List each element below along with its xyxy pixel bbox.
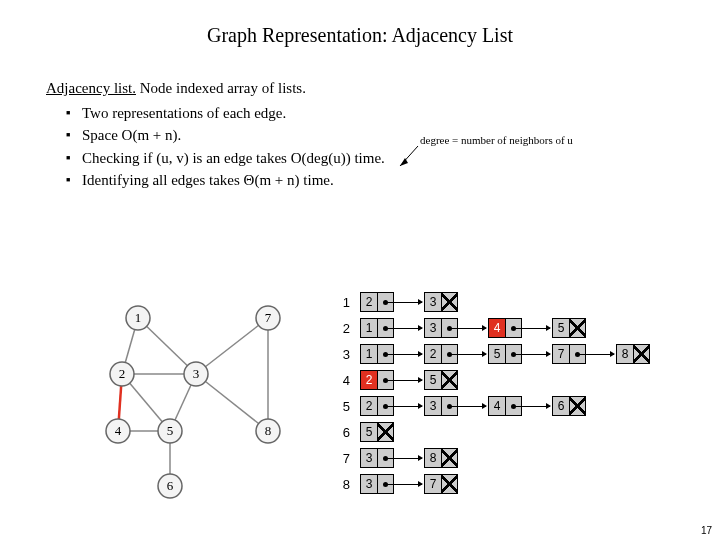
adj-row: 65: [330, 420, 680, 444]
adj-cell: 3: [424, 292, 458, 312]
adj-cell: 5: [360, 422, 394, 442]
null-pointer-icon: [634, 345, 649, 363]
adj-cell: 2: [360, 396, 394, 416]
adj-cell: 5: [488, 344, 522, 364]
svg-text:5: 5: [167, 423, 174, 438]
bullet-item: Checking if (u, v) is an edge takes O(de…: [66, 147, 674, 170]
adj-cell: 4: [488, 396, 522, 416]
lead-desc: Node indexed array of lists.: [136, 80, 306, 96]
pointer-arrow-icon: [378, 345, 393, 363]
lead-term: Adjacency list.: [46, 80, 136, 96]
adj-cell-value: 2: [361, 397, 378, 415]
adj-cell: 2: [360, 370, 394, 390]
adj-cell-value: 8: [425, 449, 442, 467]
null-pointer-icon: [570, 397, 585, 415]
bullet-list: Two representations of each edge. Space …: [66, 102, 674, 192]
adj-row-index: 3: [330, 347, 360, 362]
svg-line-8: [196, 318, 268, 374]
adj-row-index: 5: [330, 399, 360, 414]
adj-cell-value: 2: [425, 345, 442, 363]
adj-cell-value: 3: [361, 475, 378, 493]
adj-row: 312578: [330, 342, 680, 366]
adj-cell-value: 3: [361, 449, 378, 467]
content-block: Adjacency list. Node indexed array of li…: [46, 77, 674, 192]
pointer-arrow-icon: [378, 449, 393, 467]
pointer-arrow-icon: [378, 397, 393, 415]
svg-text:1: 1: [135, 310, 142, 325]
adj-cell: 1: [360, 344, 394, 364]
pointer-arrow-icon: [442, 319, 457, 337]
adj-cell-value: 5: [361, 423, 378, 441]
adj-cell: 2: [424, 344, 458, 364]
adj-cell: 1: [360, 318, 394, 338]
adj-row: 123: [330, 290, 680, 314]
svg-text:2: 2: [119, 366, 126, 381]
adj-cell-value: 4: [489, 397, 506, 415]
adj-cell-value: 5: [489, 345, 506, 363]
adj-row-index: 7: [330, 451, 360, 466]
adj-cell-value: 2: [361, 371, 378, 389]
svg-text:8: 8: [265, 423, 272, 438]
annotation-degree: degree = number of neighbors of u: [420, 134, 573, 146]
adj-cell-value: 7: [425, 475, 442, 493]
adj-cell: 8: [616, 344, 650, 364]
pointer-arrow-icon: [378, 475, 393, 493]
bullet-item: Space O(m + n).: [66, 124, 674, 147]
adj-cell-value: 1: [361, 319, 378, 337]
adj-cell-value: 5: [425, 371, 442, 389]
pointer-arrow-icon: [378, 371, 393, 389]
null-pointer-icon: [442, 293, 457, 311]
adj-cell: 3: [360, 448, 394, 468]
adj-cell: 2: [360, 292, 394, 312]
adj-row: 52346: [330, 394, 680, 418]
adj-cell-value: 3: [425, 293, 442, 311]
svg-marker-1: [400, 158, 408, 166]
pointer-arrow-icon: [506, 319, 521, 337]
svg-text:3: 3: [193, 366, 200, 381]
adj-cell-value: 3: [425, 397, 442, 415]
adj-cell-value: 1: [361, 345, 378, 363]
adj-row-index: 6: [330, 425, 360, 440]
null-pointer-icon: [570, 319, 585, 337]
svg-line-9: [196, 374, 268, 431]
bullet-item: Identifying all edges takes Θ(m + n) tim…: [66, 169, 674, 192]
adj-cell: 4: [488, 318, 522, 338]
svg-text:6: 6: [167, 478, 174, 493]
pointer-arrow-icon: [506, 345, 521, 363]
adj-cell-value: 5: [553, 319, 570, 337]
adj-row-index: 8: [330, 477, 360, 492]
null-pointer-icon: [442, 475, 457, 493]
adj-cell: 5: [424, 370, 458, 390]
pointer-arrow-icon: [506, 397, 521, 415]
pointer-arrow-icon: [442, 397, 457, 415]
bullet-item: Two representations of each edge.: [66, 102, 674, 125]
adj-cell: 7: [424, 474, 458, 494]
adj-cell-value: 3: [425, 319, 442, 337]
svg-text:7: 7: [265, 310, 272, 325]
adj-cell: 3: [360, 474, 394, 494]
adj-cell: 7: [552, 344, 586, 364]
adj-cell-value: 4: [489, 319, 506, 337]
null-pointer-icon: [378, 423, 393, 441]
adj-row: 21345: [330, 316, 680, 340]
slide-title: Graph Representation: Adjacency List: [0, 24, 720, 47]
adj-row: 738: [330, 446, 680, 470]
svg-text:4: 4: [115, 423, 122, 438]
adj-cell: 3: [424, 396, 458, 416]
adj-row: 425: [330, 368, 680, 392]
pointer-arrow-icon: [570, 345, 585, 363]
adj-cell-value: 2: [361, 293, 378, 311]
adj-cell: 5: [552, 318, 586, 338]
null-pointer-icon: [442, 371, 457, 389]
adj-row: 837: [330, 472, 680, 496]
adj-cell-value: 7: [553, 345, 570, 363]
adj-row-index: 1: [330, 295, 360, 310]
page-number: 17: [701, 525, 712, 536]
pointer-arrow-icon: [378, 293, 393, 311]
pointer-arrow-icon: [378, 319, 393, 337]
adjacency-list-table: 123213453125784255234665738837: [330, 290, 680, 498]
null-pointer-icon: [442, 449, 457, 467]
annotation-arrow-icon: [396, 144, 420, 170]
adj-cell: 6: [552, 396, 586, 416]
adj-cell-value: 8: [617, 345, 634, 363]
